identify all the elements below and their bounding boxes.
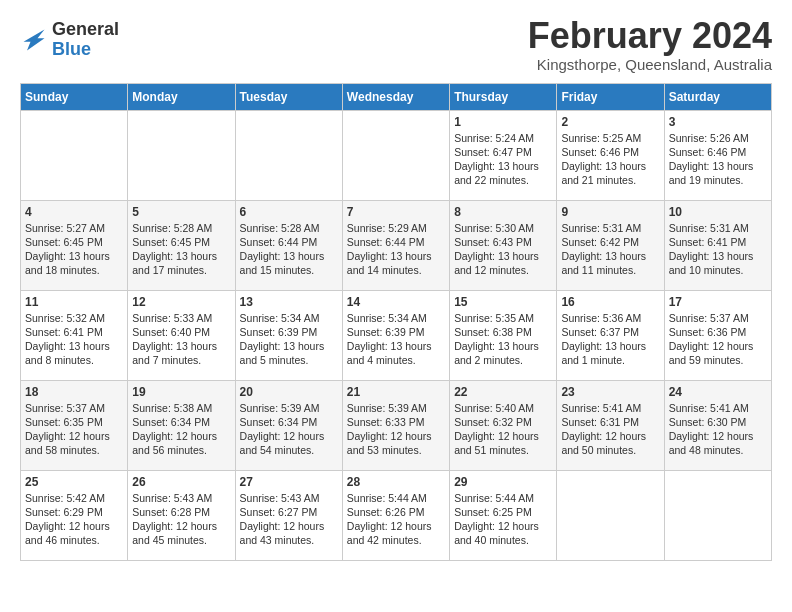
calendar-cell: 3Sunrise: 5:26 AM Sunset: 6:46 PM Daylig… [664,110,771,200]
logo-icon [20,26,48,54]
calendar-cell: 7Sunrise: 5:29 AM Sunset: 6:44 PM Daylig… [342,200,449,290]
calendar-cell: 27Sunrise: 5:43 AM Sunset: 6:27 PM Dayli… [235,470,342,560]
calendar-cell: 1Sunrise: 5:24 AM Sunset: 6:47 PM Daylig… [450,110,557,200]
calendar-cell: 29Sunrise: 5:44 AM Sunset: 6:25 PM Dayli… [450,470,557,560]
day-number: 8 [454,205,552,219]
calendar-cell [128,110,235,200]
calendar-table: SundayMondayTuesdayWednesdayThursdayFrid… [20,83,772,561]
calendar-cell: 4Sunrise: 5:27 AM Sunset: 6:45 PM Daylig… [21,200,128,290]
day-info: Sunrise: 5:39 AM Sunset: 6:34 PM Dayligh… [240,401,338,458]
day-info: Sunrise: 5:28 AM Sunset: 6:44 PM Dayligh… [240,221,338,278]
calendar-cell: 19Sunrise: 5:38 AM Sunset: 6:34 PM Dayli… [128,380,235,470]
calendar-cell: 15Sunrise: 5:35 AM Sunset: 6:38 PM Dayli… [450,290,557,380]
day-info: Sunrise: 5:26 AM Sunset: 6:46 PM Dayligh… [669,131,767,188]
calendar-cell: 26Sunrise: 5:43 AM Sunset: 6:28 PM Dayli… [128,470,235,560]
calendar-cell: 18Sunrise: 5:37 AM Sunset: 6:35 PM Dayli… [21,380,128,470]
calendar-week-3: 18Sunrise: 5:37 AM Sunset: 6:35 PM Dayli… [21,380,772,470]
day-number: 16 [561,295,659,309]
column-header-monday: Monday [128,83,235,110]
day-number: 25 [25,475,123,489]
calendar-cell: 10Sunrise: 5:31 AM Sunset: 6:41 PM Dayli… [664,200,771,290]
calendar-cell [664,470,771,560]
calendar-cell: 12Sunrise: 5:33 AM Sunset: 6:40 PM Dayli… [128,290,235,380]
day-number: 24 [669,385,767,399]
column-header-tuesday: Tuesday [235,83,342,110]
day-number: 11 [25,295,123,309]
day-number: 22 [454,385,552,399]
day-info: Sunrise: 5:40 AM Sunset: 6:32 PM Dayligh… [454,401,552,458]
day-info: Sunrise: 5:32 AM Sunset: 6:41 PM Dayligh… [25,311,123,368]
calendar-cell: 9Sunrise: 5:31 AM Sunset: 6:42 PM Daylig… [557,200,664,290]
calendar-cell: 20Sunrise: 5:39 AM Sunset: 6:34 PM Dayli… [235,380,342,470]
day-number: 5 [132,205,230,219]
calendar-cell: 5Sunrise: 5:28 AM Sunset: 6:45 PM Daylig… [128,200,235,290]
column-header-friday: Friday [557,83,664,110]
day-info: Sunrise: 5:31 AM Sunset: 6:42 PM Dayligh… [561,221,659,278]
day-number: 20 [240,385,338,399]
day-info: Sunrise: 5:28 AM Sunset: 6:45 PM Dayligh… [132,221,230,278]
day-info: Sunrise: 5:41 AM Sunset: 6:31 PM Dayligh… [561,401,659,458]
day-info: Sunrise: 5:29 AM Sunset: 6:44 PM Dayligh… [347,221,445,278]
day-info: Sunrise: 5:42 AM Sunset: 6:29 PM Dayligh… [25,491,123,548]
day-info: Sunrise: 5:38 AM Sunset: 6:34 PM Dayligh… [132,401,230,458]
day-number: 9 [561,205,659,219]
day-number: 15 [454,295,552,309]
day-info: Sunrise: 5:30 AM Sunset: 6:43 PM Dayligh… [454,221,552,278]
day-number: 10 [669,205,767,219]
day-info: Sunrise: 5:41 AM Sunset: 6:30 PM Dayligh… [669,401,767,458]
calendar-cell: 24Sunrise: 5:41 AM Sunset: 6:30 PM Dayli… [664,380,771,470]
calendar-cell: 28Sunrise: 5:44 AM Sunset: 6:26 PM Dayli… [342,470,449,560]
calendar-cell [342,110,449,200]
day-number: 1 [454,115,552,129]
calendar-cell: 21Sunrise: 5:39 AM Sunset: 6:33 PM Dayli… [342,380,449,470]
day-number: 6 [240,205,338,219]
day-info: Sunrise: 5:39 AM Sunset: 6:33 PM Dayligh… [347,401,445,458]
svg-marker-0 [24,29,45,50]
calendar-cell: 16Sunrise: 5:36 AM Sunset: 6:37 PM Dayli… [557,290,664,380]
calendar-cell [557,470,664,560]
day-number: 27 [240,475,338,489]
day-number: 29 [454,475,552,489]
day-number: 7 [347,205,445,219]
day-number: 13 [240,295,338,309]
calendar-cell: 25Sunrise: 5:42 AM Sunset: 6:29 PM Dayli… [21,470,128,560]
calendar-cell: 2Sunrise: 5:25 AM Sunset: 6:46 PM Daylig… [557,110,664,200]
calendar-cell: 6Sunrise: 5:28 AM Sunset: 6:44 PM Daylig… [235,200,342,290]
logo-blue: Blue [52,40,119,60]
calendar-week-2: 11Sunrise: 5:32 AM Sunset: 6:41 PM Dayli… [21,290,772,380]
calendar-cell: 8Sunrise: 5:30 AM Sunset: 6:43 PM Daylig… [450,200,557,290]
day-info: Sunrise: 5:43 AM Sunset: 6:28 PM Dayligh… [132,491,230,548]
day-info: Sunrise: 5:24 AM Sunset: 6:47 PM Dayligh… [454,131,552,188]
calendar-cell: 23Sunrise: 5:41 AM Sunset: 6:31 PM Dayli… [557,380,664,470]
day-number: 3 [669,115,767,129]
day-info: Sunrise: 5:34 AM Sunset: 6:39 PM Dayligh… [240,311,338,368]
page-header: General Blue February 2024 Kingsthorpe, … [20,16,772,73]
day-info: Sunrise: 5:44 AM Sunset: 6:25 PM Dayligh… [454,491,552,548]
day-number: 28 [347,475,445,489]
calendar-header-row: SundayMondayTuesdayWednesdayThursdayFrid… [21,83,772,110]
day-number: 19 [132,385,230,399]
day-info: Sunrise: 5:36 AM Sunset: 6:37 PM Dayligh… [561,311,659,368]
day-number: 14 [347,295,445,309]
day-info: Sunrise: 5:35 AM Sunset: 6:38 PM Dayligh… [454,311,552,368]
location: Kingsthorpe, Queensland, Australia [528,56,772,73]
logo-text: General Blue [52,20,119,60]
month-title: February 2024 [528,16,772,56]
logo: General Blue [20,20,119,60]
calendar-cell: 11Sunrise: 5:32 AM Sunset: 6:41 PM Dayli… [21,290,128,380]
calendar-week-4: 25Sunrise: 5:42 AM Sunset: 6:29 PM Dayli… [21,470,772,560]
calendar-cell [235,110,342,200]
logo-general: General [52,20,119,40]
day-number: 2 [561,115,659,129]
day-info: Sunrise: 5:27 AM Sunset: 6:45 PM Dayligh… [25,221,123,278]
day-number: 4 [25,205,123,219]
day-number: 23 [561,385,659,399]
column-header-thursday: Thursday [450,83,557,110]
day-number: 12 [132,295,230,309]
day-number: 21 [347,385,445,399]
day-info: Sunrise: 5:25 AM Sunset: 6:46 PM Dayligh… [561,131,659,188]
calendar-cell: 22Sunrise: 5:40 AM Sunset: 6:32 PM Dayli… [450,380,557,470]
day-info: Sunrise: 5:37 AM Sunset: 6:36 PM Dayligh… [669,311,767,368]
day-info: Sunrise: 5:43 AM Sunset: 6:27 PM Dayligh… [240,491,338,548]
calendar-cell: 14Sunrise: 5:34 AM Sunset: 6:39 PM Dayli… [342,290,449,380]
